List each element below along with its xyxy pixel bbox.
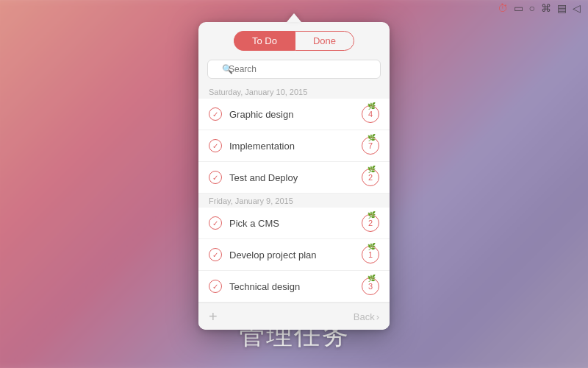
wifi-icon: ⌘ bbox=[541, 2, 551, 14]
popup-arrow bbox=[287, 13, 301, 22]
add-task-button[interactable]: + bbox=[209, 309, 218, 324]
task-checkbox[interactable]: ✓ bbox=[209, 216, 222, 230]
tab-todo[interactable]: To Do bbox=[234, 31, 295, 51]
chevron-right-icon: › bbox=[376, 311, 379, 322]
tomato-count: 4 bbox=[368, 110, 373, 118]
check-icon: ✓ bbox=[212, 142, 218, 150]
date-header-2: Friday, January 9, 2015 bbox=[198, 194, 390, 208]
tomato-badge: 🌿 2 bbox=[362, 214, 379, 232]
task-checkbox[interactable]: ✓ bbox=[209, 107, 222, 121]
tomato-count: 7 bbox=[368, 141, 373, 150]
tomato-count: 3 bbox=[368, 282, 373, 291]
task-item[interactable]: ✓ Implementation 🌿 7 bbox=[198, 130, 390, 162]
task-popup: To Do Done 🔍 Saturday, January 10, 2015 … bbox=[198, 22, 390, 330]
check-icon: ✓ bbox=[212, 283, 218, 291]
search-container: 🔍 bbox=[207, 60, 381, 79]
search-wrapper: 🔍 bbox=[198, 57, 390, 85]
search-input[interactable] bbox=[207, 60, 381, 79]
task-label: Graphic design bbox=[229, 109, 362, 120]
task-checkbox[interactable]: ✓ bbox=[209, 139, 222, 152]
leaf-icon: 🌿 bbox=[368, 211, 376, 219]
task-label: Technical design bbox=[229, 281, 362, 292]
tomato-badge: 🌿 3 bbox=[362, 277, 379, 295]
check-icon: ✓ bbox=[212, 219, 218, 227]
task-item[interactable]: ✓ Test and Deploy 🌿 2 bbox=[198, 162, 390, 194]
task-checkbox[interactable]: ✓ bbox=[209, 248, 222, 261]
popup-footer: + Back › bbox=[198, 302, 390, 330]
task-item[interactable]: ✓ Graphic design 🌿 4 bbox=[198, 99, 390, 130]
timer-icon: ⏱ bbox=[498, 2, 508, 14]
check-icon: ✓ bbox=[212, 110, 218, 118]
back-label: Back bbox=[354, 311, 375, 322]
leaf-icon: 🌿 bbox=[368, 243, 376, 250]
tab-done[interactable]: Done bbox=[295, 31, 354, 51]
leaf-icon: 🌿 bbox=[368, 102, 376, 110]
check-icon: ✓ bbox=[212, 174, 218, 182]
check-icon: ✓ bbox=[212, 251, 218, 259]
back-button[interactable]: Back › bbox=[354, 311, 379, 322]
task-label: Test and Deploy bbox=[229, 172, 362, 183]
task-item[interactable]: ✓ Technical design 🌿 3 bbox=[198, 271, 390, 302]
display-icon: ▭ bbox=[514, 2, 523, 14]
tomato-count: 1 bbox=[368, 250, 373, 259]
task-label: Develop project plan bbox=[229, 250, 362, 261]
task-item[interactable]: ✓ Pick a CMS 🌿 2 bbox=[198, 208, 390, 239]
leaf-icon: 🌿 bbox=[368, 275, 376, 282]
tomato-badge: 🌿 4 bbox=[362, 105, 379, 123]
tomato-badge: 🌿 1 bbox=[362, 246, 379, 263]
task-label: Pick a CMS bbox=[229, 218, 362, 229]
sound-icon: ◁ bbox=[573, 2, 581, 14]
date-header-1: Saturday, January 10, 2015 bbox=[198, 85, 390, 99]
task-checkbox[interactable]: ✓ bbox=[209, 171, 222, 184]
tomato-count: 2 bbox=[368, 219, 373, 227]
tomato-count: 2 bbox=[368, 173, 373, 182]
task-label: Implementation bbox=[229, 141, 362, 152]
clock-icon: ○ bbox=[529, 2, 535, 14]
leaf-icon: 🌿 bbox=[368, 166, 376, 173]
tomato-badge: 🌿 7 bbox=[362, 137, 379, 155]
tab-container: To Do Done bbox=[198, 22, 390, 57]
task-item[interactable]: ✓ Develop project plan 🌿 1 bbox=[198, 239, 390, 271]
leaf-icon: 🌿 bbox=[368, 134, 376, 141]
task-checkbox[interactable]: ✓ bbox=[209, 280, 222, 293]
flag-icon: ▤ bbox=[557, 2, 567, 14]
tomato-badge: 🌿 2 bbox=[362, 169, 379, 186]
